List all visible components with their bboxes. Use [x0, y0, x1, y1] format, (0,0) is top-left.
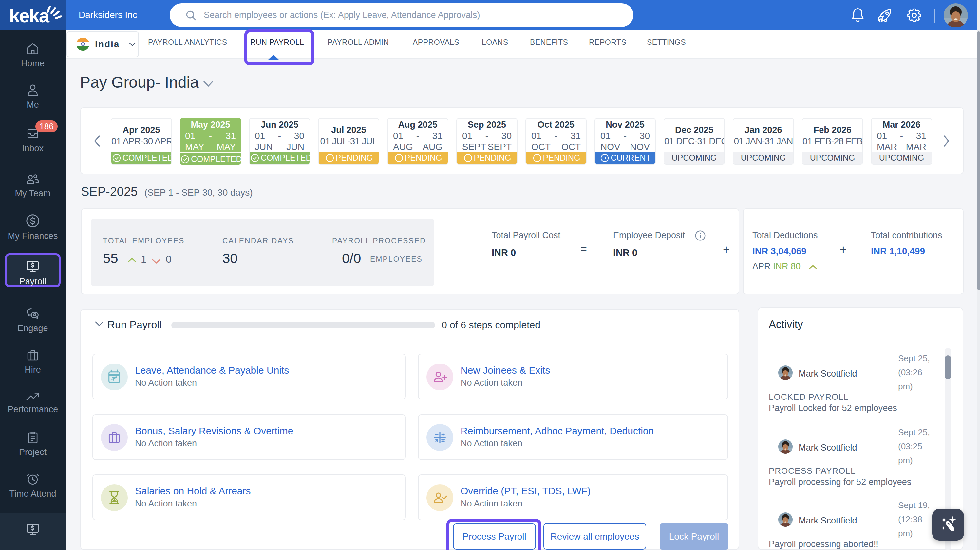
svg-text:keka: keka — [9, 5, 50, 26]
